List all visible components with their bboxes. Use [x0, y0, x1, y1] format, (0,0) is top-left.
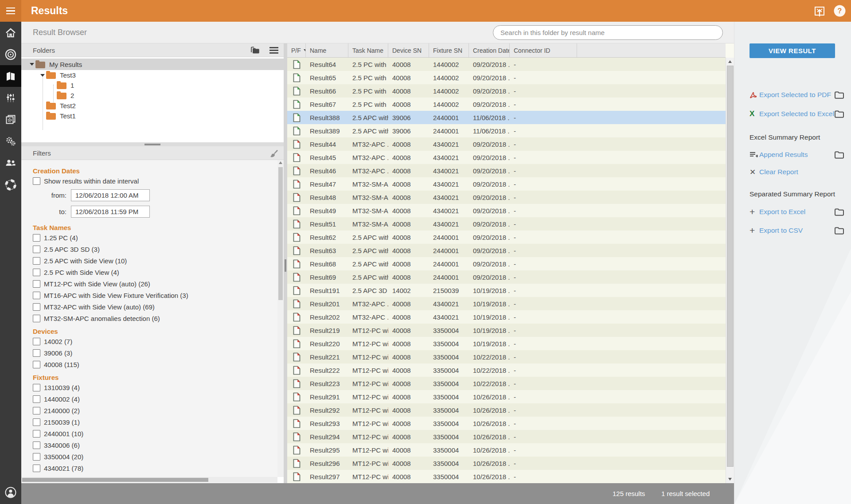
export-selected-pdf-link[interactable]: Export Selected to PDF: [750, 89, 844, 101]
column-header-device-sn[interactable]: Device SN: [388, 43, 429, 57]
browse-folder-icon[interactable]: [834, 110, 844, 120]
task-filter-row[interactable]: 2.5 APC with Side View (10): [33, 257, 277, 265]
browse-folder-icon[interactable]: [834, 208, 844, 218]
fixture-filter-checkbox[interactable]: [33, 384, 40, 391]
filters-vertical-scrollbar[interactable]: [277, 160, 284, 477]
task-filter-checkbox[interactable]: [33, 246, 40, 253]
fixture-filter-row[interactable]: 2140000 (2): [33, 407, 277, 414]
date-interval-checkbox-row[interactable]: Show results within date interval: [33, 177, 277, 185]
table-row[interactable]: Result47 MT32-SM-A... 40008 4340021 09/2…: [287, 177, 726, 191]
task-filter-checkbox[interactable]: [33, 269, 40, 276]
sidebar-item-profiles[interactable]: [0, 109, 21, 130]
table-row[interactable]: Result222 MT12-PC wi... 40008 3350004 10…: [287, 363, 726, 377]
new-folder-icon[interactable]: [250, 47, 260, 55]
task-filter-checkbox[interactable]: [33, 292, 40, 299]
table-row[interactable]: Result68 2.5 APC with... 40008 2440001 0…: [287, 257, 726, 270]
fixture-filter-row[interactable]: 3350004 (20): [33, 453, 277, 461]
column-header-p-f[interactable]: P/F: [287, 43, 306, 57]
table-row[interactable]: Result64 2.5 PC with ... 40008 1440002 0…: [287, 58, 726, 71]
sidebar-item-tasks[interactable]: [0, 87, 21, 109]
hamburger-menu-button[interactable]: [0, 0, 21, 22]
fixture-filter-row[interactable]: 2440001 (10): [33, 430, 277, 438]
task-filter-row[interactable]: MT32-SM-APC anomalies detection (6): [33, 315, 277, 322]
clear-report-link[interactable]: ✕ Clear Report: [750, 166, 844, 178]
table-row[interactable]: Result48 MT32-SM-A... 40008 4340021 09/2…: [287, 191, 726, 204]
table-row[interactable]: Result389 2.5 APC with... 39006 2440001 …: [287, 124, 726, 137]
fixture-filter-row[interactable]: 4340021 (78): [33, 465, 277, 472]
caret-down-icon[interactable]: [28, 61, 35, 68]
open-result-icon[interactable]: [813, 5, 826, 17]
table-row[interactable]: Result202 MT32-APC ... 40008 4340021 10/…: [287, 310, 726, 324]
table-row[interactable]: Result49 MT32-SM-A... 40008 4340021 09/2…: [287, 204, 726, 217]
folders-filters-splitter[interactable]: [21, 142, 284, 146]
caret-down-icon[interactable]: [50, 82, 57, 89]
export-to-csv-link[interactable]: + Export to CSV: [750, 225, 844, 236]
table-row[interactable]: Result293 MT12-PC wi... 40008 3350004 10…: [287, 417, 726, 430]
sidebar-item-home[interactable]: [0, 22, 21, 43]
fixture-filter-checkbox[interactable]: [33, 418, 40, 426]
caret-down-icon[interactable]: [50, 92, 57, 99]
device-filter-row[interactable]: 14002 (7): [33, 338, 277, 345]
fixture-filter-checkbox[interactable]: [33, 395, 40, 403]
table-vertical-scrollbar[interactable]: [726, 58, 734, 483]
folder-tree-item[interactable]: 1: [21, 80, 284, 90]
task-filter-checkbox[interactable]: [33, 315, 40, 322]
help-icon[interactable]: ?: [834, 5, 846, 17]
table-row[interactable]: Result297 MT12-PC wi... 40008 3350004 10…: [287, 470, 726, 483]
table-row[interactable]: Result65 2.5 PC with ... 40008 1440002 0…: [287, 71, 726, 84]
device-filter-checkbox[interactable]: [33, 361, 40, 368]
sidebar-item-live-inspection[interactable]: [0, 43, 21, 65]
sidebar-item-users[interactable]: [0, 152, 21, 174]
browse-folder-icon[interactable]: [834, 91, 844, 101]
folder-tree-item[interactable]: 2: [21, 90, 284, 101]
fixture-filter-checkbox[interactable]: [33, 407, 40, 414]
column-header-creation-date[interactable]: Creation Date: [469, 43, 510, 57]
fixture-filter-checkbox[interactable]: [33, 441, 40, 449]
table-row[interactable]: Result221 MT12-PC wi... 40008 3350004 10…: [287, 350, 726, 363]
folder-tree-item[interactable]: My Results: [21, 59, 284, 70]
table-row[interactable]: Result295 MT12-PC wi... 40008 3350004 10…: [287, 443, 726, 457]
device-filter-row[interactable]: 39006 (3): [33, 349, 277, 357]
folder-tree-item[interactable]: Test3: [21, 70, 284, 80]
table-row[interactable]: Result294 MT12-PC wi... 40008 3350004 10…: [287, 430, 726, 443]
fixture-filter-row[interactable]: 1440002 (4): [33, 395, 277, 403]
export-selected-excel-link[interactable]: X Export Selected to Excel: [750, 108, 844, 120]
sidebar-item-results[interactable]: [0, 65, 21, 87]
fixture-filter-checkbox[interactable]: [33, 430, 40, 438]
folder-tree-item[interactable]: Test1: [21, 111, 284, 121]
filters-horizontal-scrollbar[interactable]: [21, 477, 277, 483]
table-row[interactable]: Result67 2.5 PC with ... 40008 1440002 0…: [287, 98, 726, 111]
table-row[interactable]: Result220 MT12-PC wi... 40008 3350004 10…: [287, 337, 726, 350]
sidebar-item-settings[interactable]: [0, 130, 21, 152]
table-row[interactable]: Result191 2.5 APC 3D ... 14002 2150039 1…: [287, 284, 726, 297]
table-row[interactable]: Result291 MT12-PC wi... 40008 3350004 10…: [287, 390, 726, 403]
device-filter-row[interactable]: 40008 (115): [33, 361, 277, 368]
column-header-fixture-sn[interactable]: Fixture SN: [429, 43, 469, 57]
table-row[interactable]: Result388 2.5 APC with... 39006 2440001 …: [287, 111, 726, 124]
task-filter-checkbox[interactable]: [33, 280, 40, 288]
task-filter-row[interactable]: MT32-APC with Side View (auto) (69): [33, 303, 277, 311]
table-row[interactable]: Result51 MT32-SM-A... 40008 4340021 09/2…: [287, 217, 726, 231]
filters-scrollbar-thumb[interactable]: [278, 167, 283, 300]
table-row[interactable]: Result219 MT12-PC wi... 40008 3350004 10…: [287, 324, 726, 337]
fixture-filter-row[interactable]: 2150039 (1): [33, 418, 277, 426]
task-filter-checkbox[interactable]: [33, 303, 40, 311]
device-filter-checkbox[interactable]: [33, 349, 40, 357]
date-interval-checkbox[interactable]: [33, 177, 40, 185]
table-row[interactable]: Result63 2.5 APC with... 40008 2440001 0…: [287, 244, 726, 257]
append-results-link[interactable]: Append Results: [750, 149, 844, 160]
folder-list-view-icon[interactable]: [269, 47, 278, 54]
task-filter-checkbox[interactable]: [33, 257, 40, 265]
task-filter-row[interactable]: 2.5 APC 3D SD (3): [33, 246, 277, 253]
table-scrollbar-thumb[interactable]: [727, 66, 734, 467]
table-row[interactable]: Result292 MT12-PC wi... 40008 3350004 10…: [287, 403, 726, 417]
task-filter-row[interactable]: 1.25 PC (4): [33, 234, 277, 242]
table-row[interactable]: Result201 MT32-APC ... 40008 4340021 10/…: [287, 297, 726, 310]
export-to-excel-link[interactable]: + Export to Excel: [750, 206, 844, 218]
sidebar-item-account[interactable]: [0, 481, 21, 503]
task-filter-row[interactable]: 2.5 PC with Side View (4): [33, 269, 277, 276]
sidebar-item-support[interactable]: [0, 174, 21, 195]
browse-folder-icon[interactable]: [834, 151, 844, 161]
search-input[interactable]: [493, 25, 723, 40]
fixture-filter-row[interactable]: 3340006 (6): [33, 441, 277, 449]
